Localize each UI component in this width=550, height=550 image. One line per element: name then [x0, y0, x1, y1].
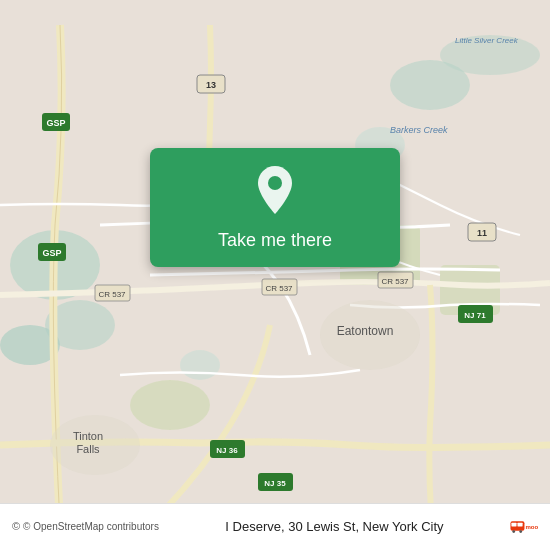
svg-text:CR 537: CR 537 — [98, 290, 126, 299]
svg-text:CR 537: CR 537 — [265, 284, 293, 293]
svg-text:11: 11 — [477, 228, 487, 238]
svg-text:NJ 36: NJ 36 — [216, 446, 238, 455]
attribution-text: © OpenStreetMap contributors — [23, 521, 159, 532]
cta-card[interactable]: Take me there — [150, 148, 400, 267]
map-attribution: © © OpenStreetMap contributors — [12, 520, 159, 532]
svg-point-39 — [268, 176, 282, 190]
svg-text:moovit: moovit — [525, 524, 538, 530]
svg-point-44 — [519, 530, 522, 533]
svg-rect-42 — [517, 523, 522, 527]
svg-rect-41 — [511, 523, 516, 527]
map-background: GSP GSP 13 CR 537 CR 537 CR 537 11 NJ 71… — [0, 0, 550, 550]
location-pin-icon — [255, 166, 295, 218]
svg-point-4 — [180, 350, 220, 380]
map-container: GSP GSP 13 CR 537 CR 537 CR 537 11 NJ 71… — [0, 0, 550, 550]
svg-text:NJ 35: NJ 35 — [264, 479, 286, 488]
svg-point-10 — [130, 380, 210, 430]
svg-point-43 — [512, 530, 515, 533]
copyright-icon: © — [12, 520, 20, 532]
take-me-there-button[interactable]: Take me there — [218, 230, 332, 251]
svg-text:GSP: GSP — [42, 248, 61, 258]
svg-text:Eatontown: Eatontown — [337, 324, 394, 338]
svg-text:13: 13 — [206, 80, 216, 90]
svg-text:Tinton: Tinton — [73, 430, 103, 442]
moovit-logo: moovit — [510, 512, 538, 540]
svg-text:GSP: GSP — [46, 118, 65, 128]
svg-text:CR 537: CR 537 — [381, 277, 409, 286]
svg-text:NJ 71: NJ 71 — [464, 311, 486, 320]
svg-text:Barkers Creek: Barkers Creek — [390, 125, 448, 135]
svg-text:Little Silver Creek: Little Silver Creek — [455, 36, 519, 45]
bottom-bar: © © OpenStreetMap contributors I Deserve… — [0, 503, 550, 550]
svg-text:Falls: Falls — [76, 443, 100, 455]
address-label: I Deserve, 30 Lewis St, New York City — [159, 519, 510, 534]
moovit-icon: moovit — [510, 512, 538, 540]
